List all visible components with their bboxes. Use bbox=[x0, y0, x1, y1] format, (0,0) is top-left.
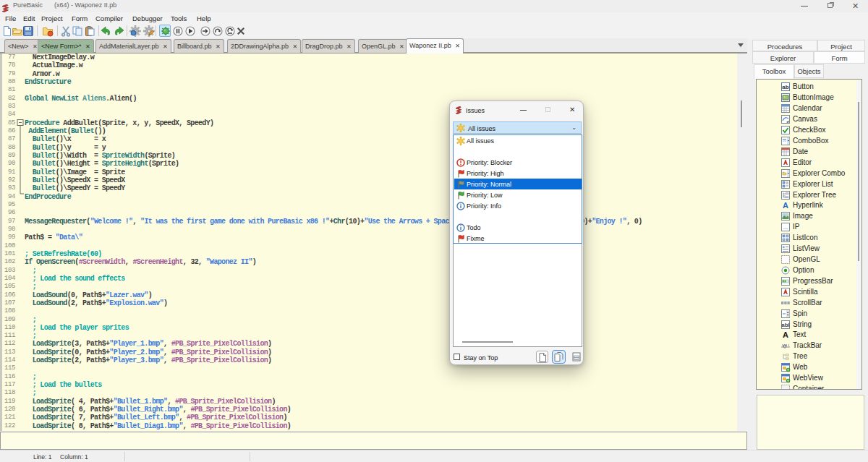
svg-text:A: A bbox=[783, 330, 788, 339]
svg-text:ab: ab bbox=[782, 84, 788, 90]
svg-text:...: ... bbox=[783, 224, 788, 231]
svg-text:abl: abl bbox=[781, 322, 790, 328]
svg-text:A: A bbox=[783, 201, 788, 210]
